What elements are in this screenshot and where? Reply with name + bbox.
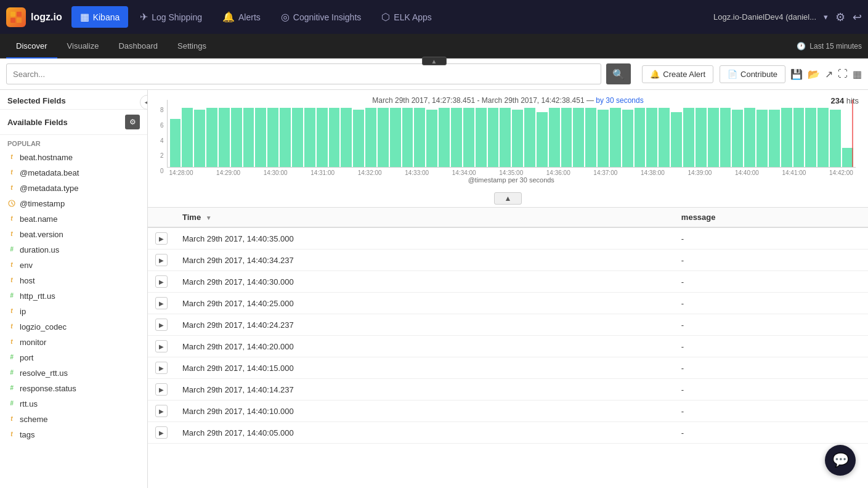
chart-bar[interactable] [390, 108, 401, 167]
chart-bar[interactable] [671, 112, 682, 167]
tab-visualize[interactable]: Visualize [57, 34, 109, 59]
row-expand-button[interactable]: ▶ [155, 297, 168, 309]
collapse-chart-button[interactable]: ▲ [494, 192, 522, 205]
sidebar-toggle-button[interactable]: ◀ [140, 95, 148, 110]
time-filter[interactable]: 🕐 Last 15 minutes [797, 42, 862, 51]
chart-bar[interactable] [182, 108, 193, 167]
chart-bar[interactable] [488, 108, 499, 167]
chart-bar[interactable] [304, 108, 315, 167]
chart-bar[interactable] [622, 110, 633, 167]
field-item-beat-version[interactable]: tbeat.version [0, 227, 147, 242]
row-expand-button[interactable]: ▶ [155, 383, 168, 396]
account-dropdown[interactable]: Logz.io-DanielDev4 (daniel... [713, 12, 816, 22]
chart-bar[interactable] [683, 108, 694, 167]
row-expand-button[interactable]: ▶ [155, 254, 168, 266]
chart-bar[interactable] [267, 108, 278, 167]
field-item-resolve_rtt-us[interactable]: #resolve_rtt.us [0, 365, 147, 381]
logout-icon[interactable]: ↩ [853, 10, 862, 24]
save-icon[interactable]: 💾 [790, 68, 803, 80]
field-item-duration-us[interactable]: #duration.us [0, 242, 147, 258]
field-settings-button[interactable]: ⚙ [125, 115, 140, 129]
chart-bar[interactable] [341, 108, 352, 167]
chart-bar[interactable] [696, 108, 707, 167]
contribute-button[interactable]: 📄 Contribute [720, 65, 785, 83]
chart-bar[interactable] [610, 108, 621, 167]
field-item-host[interactable]: thost [0, 273, 147, 288]
row-expand-button[interactable]: ▶ [155, 405, 168, 417]
chart-bar[interactable] [646, 108, 657, 167]
field-item-ip[interactable]: tip [0, 304, 147, 319]
chart-bar[interactable] [817, 108, 829, 167]
collapse-subnav-button[interactable]: ▲ [422, 57, 447, 65]
row-expand-button[interactable]: ▶ [155, 362, 168, 374]
chart-bar[interactable] [720, 108, 731, 167]
settings-icon[interactable]: ⚙ [835, 10, 845, 24]
chart-bar[interactable] [194, 110, 205, 167]
chart-bar[interactable] [830, 110, 841, 167]
row-expand-button[interactable]: ▶ [155, 319, 168, 331]
nav-item-kibana[interactable]: ▦ Kibana [71, 6, 129, 28]
chart-bar[interactable] [659, 108, 670, 167]
chart-bar[interactable] [585, 108, 596, 167]
fullscreen-icon[interactable]: ⛶ [838, 68, 848, 79]
chart-bar[interactable] [414, 108, 425, 167]
row-expand-button[interactable]: ▶ [155, 426, 168, 439]
share-icon[interactable]: ↗ [825, 68, 833, 80]
nav-item-cognitive-insights[interactable]: ◎ Cognitive Insights [272, 6, 370, 28]
field-item-response-status[interactable]: #response.status [0, 381, 147, 396]
field-item--metadata-type[interactable]: t@metadata.type [0, 181, 147, 196]
field-item-logzio_codec[interactable]: tlogzio_codec [0, 319, 147, 335]
chart-bar[interactable] [219, 108, 230, 167]
chart-bar[interactable] [756, 110, 768, 167]
field-item--timestamp[interactable]: @timestamp [0, 196, 147, 211]
field-item-tags[interactable]: ttags [0, 427, 147, 442]
field-item-beat-hostname[interactable]: tbeat.hostname [0, 150, 147, 165]
field-item-monitor[interactable]: tmonitor [0, 335, 147, 350]
chart-bar[interactable] [292, 108, 303, 167]
chart-bar[interactable] [524, 108, 535, 167]
field-item-env[interactable]: tenv [0, 258, 147, 273]
chart-bar[interactable] [426, 110, 437, 167]
chart-bar[interactable] [463, 108, 474, 167]
row-expand-button[interactable]: ▶ [155, 275, 168, 288]
chat-button[interactable]: 💬 [825, 445, 856, 476]
chart-bar[interactable] [365, 108, 376, 167]
chart-bar[interactable] [561, 108, 572, 167]
chart-bar[interactable] [537, 112, 548, 167]
chart-bar[interactable] [769, 110, 780, 167]
account-caret-icon[interactable]: ▾ [824, 12, 828, 22]
chart-bar[interactable] [744, 108, 755, 167]
chart-bar[interactable] [170, 119, 181, 167]
field-item--metadata-beat[interactable]: t@metadata.beat [0, 165, 147, 181]
chart-bar[interactable] [317, 108, 328, 167]
chart-bar[interactable] [793, 108, 805, 167]
chart-bar[interactable] [329, 108, 340, 167]
chart-bar[interactable] [781, 108, 792, 167]
chart-bar[interactable] [231, 108, 242, 167]
load-icon[interactable]: 📂 [808, 68, 820, 80]
chart-bar[interactable] [549, 108, 560, 167]
chart-bar[interactable] [402, 108, 413, 167]
chart-bar[interactable] [451, 108, 462, 167]
chart-bar[interactable] [732, 110, 743, 167]
chart-bar[interactable] [805, 108, 816, 167]
search-button[interactable]: 🔍 [606, 63, 631, 84]
tab-settings[interactable]: Settings [168, 34, 216, 59]
chart-bar[interactable] [243, 108, 254, 167]
field-item-http_rtt-us[interactable]: #http_rtt.us [0, 288, 147, 304]
chart-bar[interactable] [476, 108, 487, 167]
field-item-beat-name[interactable]: tbeat.name [0, 211, 147, 227]
row-expand-button[interactable]: ▶ [155, 340, 168, 352]
field-item-rtt-us[interactable]: #rtt.us [0, 396, 147, 412]
nav-item-alerts[interactable]: 🔔 Alerts [214, 6, 269, 28]
chart-bar[interactable] [573, 108, 584, 167]
chart-bar[interactable] [255, 108, 266, 167]
grid-icon[interactable]: ▦ [853, 68, 862, 80]
create-alert-button[interactable]: 🔔 Create Alert [642, 65, 713, 83]
row-expand-button[interactable]: ▶ [155, 232, 168, 245]
nav-item-log-shipping[interactable]: ✈ Log Shipping [131, 6, 211, 28]
field-item-scheme[interactable]: tscheme [0, 412, 147, 427]
chart-bar[interactable] [500, 108, 511, 167]
chart-bar[interactable] [512, 110, 523, 167]
field-item-port[interactable]: #port [0, 350, 147, 365]
